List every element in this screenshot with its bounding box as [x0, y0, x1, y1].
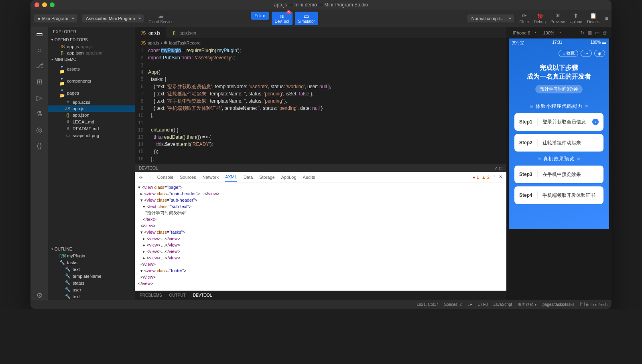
language-mode[interactable]: JavaScript: [494, 302, 512, 307]
element-picker-icon[interactable]: ⯐: [139, 175, 143, 180]
zoom-select[interactable]: 100%: [540, 30, 561, 36]
editor-tab[interactable]: {}app.json: [166, 27, 202, 38]
view-tab-devtool[interactable]: ≋DevTool5: [272, 12, 293, 25]
outline-item[interactable]: 🔧tasks: [48, 259, 135, 266]
panel-tab-devtool[interactable]: DEVTOOL: [193, 293, 212, 297]
search-icon[interactable]: ⌕: [37, 46, 42, 54]
more-button[interactable]: ⋯: [581, 50, 592, 57]
favorite-button[interactable]: ☆ 收藏: [559, 50, 578, 57]
carrier-label: 支付宝: [512, 40, 524, 46]
minimize-window-icon[interactable]: [42, 2, 47, 7]
error-count[interactable]: ● 1: [473, 175, 479, 180]
devtool-tab-audits[interactable]: Audits: [303, 175, 315, 180]
encoding-setting[interactable]: UTF8: [478, 302, 488, 307]
devtool-tab-network[interactable]: Network: [203, 175, 219, 180]
devtool-resize-icon[interactable]: ⤢ ▢: [494, 166, 502, 170]
associated-program-dropdown[interactable]: Associated Mini Program: [82, 14, 144, 22]
breadcrumb[interactable]: JS app.js › ⊕ loadTaskRecord: [135, 38, 506, 47]
file-tree-item[interactable]: ▾ 📂pages: [48, 87, 135, 99]
project-section[interactable]: MINI-DEMO: [48, 56, 135, 63]
outline-item[interactable]: [@]myPlugin: [48, 253, 135, 259]
chevron-right-icon: ›: [592, 119, 599, 125]
device-select[interactable]: iPhone 6: [510, 30, 537, 36]
battery-label: 100% ▬: [591, 40, 606, 46]
details-button[interactable]: 📋Details: [587, 12, 599, 24]
explorer-icon[interactable]: ▭: [36, 30, 43, 38]
close-app-button[interactable]: ◉: [594, 50, 605, 57]
eol-setting[interactable]: LF: [467, 302, 472, 307]
view-tab-simulator[interactable]: ▭Simulator: [295, 12, 318, 25]
box-icon[interactable]: ▭: [595, 30, 599, 36]
target-icon[interactable]: ◎: [36, 125, 43, 134]
panel-tab-output[interactable]: OUTPUT: [169, 293, 186, 297]
bracket-icon[interactable]: ⟨⟩: [37, 142, 42, 150]
close-window-icon[interactable]: [35, 2, 39, 7]
preview-button[interactable]: 👁Preview: [551, 12, 565, 24]
open-editor-item[interactable]: {}app.json app.json: [48, 50, 135, 56]
file-tree-item[interactable]: ▸ 📁assets: [48, 63, 135, 75]
file-tree-item[interactable]: ⬇LEGAL.md: [48, 118, 135, 125]
cloud-service-button[interactable]: ☁ Cloud Service: [148, 12, 173, 24]
grid-icon[interactable]: ▦: [587, 30, 592, 36]
step-card[interactable]: Step3在手机中预览效果: [514, 166, 603, 183]
file-tree-item[interactable]: ▭snapshot.png: [48, 132, 135, 139]
devtool-tab-console[interactable]: Console: [157, 175, 173, 180]
maximize-window-icon[interactable]: [50, 2, 55, 7]
open-editor-item[interactable]: JSapp.js app.js: [48, 43, 135, 50]
page-route-label[interactable]: 页面路径 ▸: [518, 302, 537, 307]
step-card[interactable]: Step4手机端领取开发体验证书: [514, 186, 603, 204]
debug-icon[interactable]: ▷: [37, 93, 42, 102]
activity-bar: ▭ ⌕ ⎇ ⊞ ▷ ⚗ ◎ ⟨⟩ ⚙: [30, 27, 48, 300]
file-tree-item[interactable]: ⬇README.md: [48, 125, 135, 132]
outline-item[interactable]: 🔧user: [48, 286, 135, 293]
devtool-tab-storage[interactable]: Storage: [259, 175, 275, 180]
code-editor[interactable]: 123456789101112131415161718192021222324 …: [135, 47, 506, 164]
outline-item[interactable]: 🔧templateName: [48, 273, 135, 279]
warning-count[interactable]: ▲ 2: [482, 175, 490, 180]
clear-button[interactable]: ⟳Clear: [520, 12, 529, 24]
devtool-tab-applog[interactable]: AppLog: [281, 175, 297, 180]
compile-mode-dropdown[interactable]: Normal compili…: [467, 14, 514, 22]
devtool-tab-data[interactable]: Data: [244, 175, 253, 180]
toolbar: ● Mini Program Associated Mini Program ☁…: [30, 10, 612, 27]
cursor-position[interactable]: Ln21, Col17: [416, 302, 438, 307]
auto-refresh-toggle[interactable]: Auto refresh: [580, 302, 607, 307]
outline-item[interactable]: 🔧status: [48, 279, 135, 286]
step-card[interactable]: Step1登录并获取会员信息›: [514, 113, 603, 131]
panel-tab-problems[interactable]: PROBLEMS: [140, 293, 162, 297]
file-tree-item[interactable]: #app.acss: [48, 99, 135, 105]
outline-item[interactable]: 🔧text: [48, 293, 135, 300]
page-path[interactable]: pages/tasks/tasks: [542, 302, 574, 307]
outline-section[interactable]: OUTLINE: [48, 246, 135, 253]
refresh-icon[interactable]: ↻: [580, 30, 584, 36]
open-editors-section[interactable]: OPEND EDITORS: [48, 36, 135, 43]
file-tree-item[interactable]: {}app.json: [48, 112, 135, 118]
source-control-icon[interactable]: ⎇: [35, 61, 44, 70]
extensions-icon[interactable]: ⊞: [37, 77, 43, 86]
view-tab-editor[interactable]: Editor: [251, 12, 269, 20]
devtool-more-icon[interactable]: ⋮: [492, 174, 496, 180]
window-title: app.js — mini-demo — Mini Program Studio: [274, 2, 368, 8]
devtool-tab-axml[interactable]: AXML: [225, 174, 237, 182]
beaker-icon[interactable]: ⚗: [36, 109, 43, 118]
section-title: 真机效果预览: [509, 156, 609, 162]
js-file-icon: JS: [140, 40, 146, 45]
project-type-dropdown[interactable]: ● Mini Program: [34, 14, 77, 22]
devtool-panel: DEVTOOL⤢ ▢ ⯐|ConsoleSourcesNetworkAXMLDa…: [135, 164, 506, 300]
settings-gear-icon[interactable]: ⚙: [36, 291, 43, 300]
axml-inspector[interactable]: ▾ <view class="page"> ▸ <view class="mai…: [135, 182, 506, 291]
devtool-close-icon[interactable]: ✕: [499, 174, 502, 180]
editor-tab[interactable]: JSapp.js: [135, 27, 166, 38]
file-tree-item[interactable]: JSapp.js: [48, 105, 135, 112]
phone-screen[interactable]: 支付宝 17:31 100% ▬ ☆ 收藏 ⋯ ◉ 完成以下步骤成为一名真正的开…: [509, 38, 609, 229]
devtool-tab-sources[interactable]: Sources: [180, 175, 196, 180]
titlebar: app.js — mini-demo — Mini Program Studio: [30, 0, 612, 10]
trash-icon[interactable]: 🗑: [603, 30, 607, 36]
file-tree-item[interactable]: ▸ 📁components: [48, 75, 135, 87]
debug-button[interactable]: 🐞Debug: [534, 12, 545, 24]
indent-setting[interactable]: Spaces: 2: [444, 302, 461, 307]
outline-item[interactable]: 🔧text: [48, 266, 135, 273]
menu-icon[interactable]: ≡: [605, 15, 608, 22]
step-card[interactable]: Step2让轮播组件动起来: [514, 134, 603, 152]
upload-button[interactable]: ⬆Upload: [570, 12, 583, 24]
